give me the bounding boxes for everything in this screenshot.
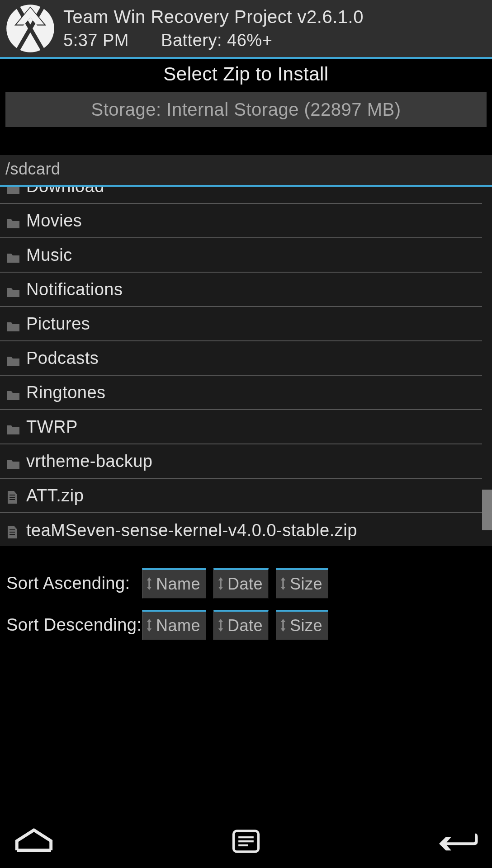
- sort-button-label: Name: [156, 616, 200, 635]
- file-browser: DownloadMoviesMusicNotificationsPictures…: [0, 187, 492, 546]
- status-line: 5:37 PM Battery: 46%+: [63, 31, 364, 50]
- folder-icon: [6, 317, 20, 330]
- file-name-label: Ringtones: [26, 383, 106, 402]
- folder-item[interactable]: Notifications: [0, 273, 482, 307]
- sort-asc-date-button[interactable]: Date: [213, 568, 269, 599]
- sort-button-label: Size: [290, 616, 322, 635]
- sort-arrows-icon: [280, 618, 287, 634]
- sort-desc-date-button[interactable]: Date: [213, 610, 269, 640]
- svg-rect-12: [148, 580, 150, 587]
- svg-marker-14: [218, 577, 223, 580]
- battery-status: Battery: 46%+: [161, 31, 272, 50]
- nav-bar: [0, 815, 492, 868]
- svg-marker-28: [281, 628, 286, 632]
- file-name-label: Download: [26, 187, 104, 196]
- storage-selector-button[interactable]: Storage: Internal Storage (22897 MB): [5, 92, 487, 127]
- svg-marker-23: [218, 619, 223, 622]
- file-name-label: vrtheme-backup: [26, 452, 152, 471]
- file-name-label: TWRP: [26, 417, 78, 437]
- folder-icon: [6, 248, 20, 262]
- scrollbar-thumb[interactable]: [482, 490, 492, 530]
- svg-rect-21: [148, 622, 150, 628]
- home-button[interactable]: [14, 826, 54, 857]
- current-path: /sdcard: [0, 155, 492, 187]
- sort-desc-size-button[interactable]: Size: [276, 610, 328, 640]
- sort-arrows-icon: [218, 576, 225, 592]
- svg-marker-13: [147, 587, 152, 590]
- svg-rect-15: [220, 580, 222, 587]
- sort-button-label: Name: [156, 575, 200, 594]
- console-icon: [232, 829, 260, 854]
- sort-button-label: Date: [227, 575, 263, 594]
- folder-item[interactable]: Ringtones: [0, 376, 482, 410]
- folder-item[interactable]: Music: [0, 238, 482, 273]
- clock: 5:37 PM: [63, 31, 129, 50]
- svg-marker-11: [147, 577, 152, 580]
- file-icon: [6, 489, 20, 502]
- folder-icon: [6, 283, 20, 296]
- svg-marker-16: [218, 587, 223, 590]
- back-icon: [438, 828, 478, 855]
- svg-marker-22: [147, 628, 152, 632]
- sort-descending-label: Sort Descending:: [6, 615, 142, 635]
- sort-button-label: Date: [227, 616, 263, 635]
- folder-icon: [6, 214, 20, 227]
- sort-controls: Sort Ascending: NameDateSize Sort Descen…: [0, 566, 492, 642]
- folder-item[interactable]: TWRP: [0, 410, 482, 444]
- svg-rect-24: [220, 622, 222, 628]
- svg-rect-18: [282, 580, 284, 587]
- file-item[interactable]: teaMSeven-sense-kernel-v4.0.0-stable.zip: [0, 513, 482, 546]
- svg-marker-20: [147, 619, 152, 622]
- sort-arrows-icon: [146, 618, 153, 634]
- sort-button-label: Size: [290, 575, 322, 594]
- folder-item[interactable]: Movies: [0, 204, 482, 238]
- scrollbar-track[interactable]: [482, 187, 492, 546]
- folder-item[interactable]: vrtheme-backup: [0, 444, 482, 479]
- sort-arrows-icon: [146, 576, 153, 592]
- folder-icon: [6, 351, 20, 365]
- folder-icon: [6, 420, 20, 434]
- svg-marker-19: [281, 587, 286, 590]
- file-name-label: Music: [26, 245, 72, 265]
- sort-descending-row: Sort Descending: NameDateSize: [6, 608, 486, 642]
- file-name-label: ATT.zip: [26, 486, 84, 505]
- sort-desc-name-button[interactable]: Name: [142, 610, 206, 640]
- file-icon: [6, 524, 20, 537]
- sort-arrows-icon: [218, 618, 225, 634]
- svg-marker-25: [218, 628, 223, 632]
- file-name-label: Pictures: [26, 314, 90, 334]
- sort-ascending-row: Sort Ascending: NameDateSize: [6, 566, 486, 600]
- app-title: Team Win Recovery Project v2.6.1.0: [63, 7, 364, 27]
- folder-item[interactable]: Pictures: [0, 307, 482, 341]
- svg-marker-26: [281, 619, 286, 622]
- svg-rect-27: [282, 622, 284, 628]
- folder-icon: [6, 187, 20, 193]
- svg-marker-17: [281, 577, 286, 580]
- folder-icon: [6, 386, 20, 399]
- sort-arrows-icon: [280, 576, 287, 592]
- file-name-label: Movies: [26, 211, 82, 231]
- file-name-label: teaMSeven-sense-kernel-v4.0.0-stable.zip: [26, 521, 357, 540]
- header-bar: Team Win Recovery Project v2.6.1.0 5:37 …: [0, 0, 492, 59]
- file-item[interactable]: ATT.zip: [0, 479, 482, 513]
- console-button[interactable]: [226, 826, 266, 857]
- folder-icon: [6, 454, 20, 468]
- home-icon: [14, 828, 54, 855]
- back-button[interactable]: [438, 826, 478, 857]
- sort-asc-name-button[interactable]: Name: [142, 568, 206, 599]
- folder-item[interactable]: Download: [0, 187, 482, 204]
- sort-ascending-label: Sort Ascending:: [6, 574, 142, 593]
- file-name-label: Notifications: [26, 280, 123, 299]
- twrp-logo-icon: [5, 4, 55, 53]
- sort-asc-size-button[interactable]: Size: [276, 568, 328, 599]
- folder-item[interactable]: Podcasts: [0, 341, 482, 376]
- page-title: Select Zip to Install: [0, 59, 492, 92]
- file-name-label: Podcasts: [26, 349, 99, 368]
